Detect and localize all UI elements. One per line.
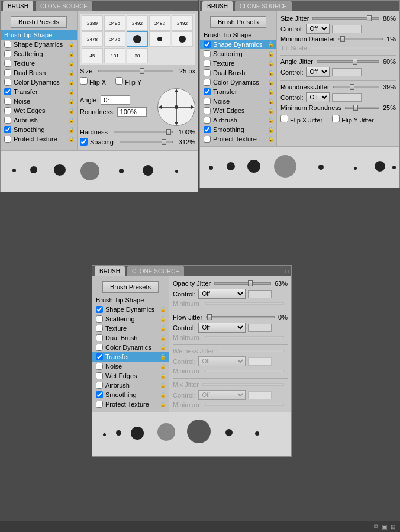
tip-cell-a0[interactable]: 45 <box>82 48 103 63</box>
nav-item-smooth-bot[interactable]: Smoothing 🔒 <box>92 390 169 399</box>
nav-item-color-tr[interactable]: Color Dynamics 🔒 <box>200 78 276 87</box>
tip-cell-a2[interactable]: 30 <box>127 48 148 63</box>
cb-wet-bot[interactable] <box>96 372 103 379</box>
tip-cell-1[interactable]: 2495 <box>104 15 125 31</box>
hardness-slider-tl[interactable] <box>166 129 171 135</box>
nav-item-color-tl[interactable]: Color Dynamics 🔒 <box>1 78 77 87</box>
cb-air-tl[interactable] <box>4 117 11 124</box>
tip-cell-0[interactable]: 2389 <box>82 15 103 31</box>
flow-min-slider[interactable] <box>205 336 284 338</box>
tab-clone-bottom[interactable]: CLONE SOURCE <box>127 266 184 276</box>
tip-cell-4[interactable]: 2492 <box>172 15 193 31</box>
mix-control-select[interactable]: Off <box>198 390 246 400</box>
nav-item-wet-bot[interactable]: Wet Edges 🔒 <box>92 371 169 381</box>
nav-item-noise-tl[interactable]: Noise 🔒 <box>1 96 77 106</box>
wetness-control-select[interactable]: Off <box>198 356 246 366</box>
nav-item-transfer-bot[interactable]: Transfer 🔒 <box>92 352 169 362</box>
cb-dual-tl[interactable] <box>4 69 11 76</box>
nav-item-smooth-tr[interactable]: Smoothing 🔒 <box>200 125 276 134</box>
nav-item-texture-tr[interactable]: Texture 🔒 <box>200 59 276 68</box>
maximize-icon[interactable]: □ <box>285 268 289 275</box>
tab-clone-tl[interactable]: CLONE SOURCE <box>36 1 92 11</box>
preset-button-bottom[interactable]: Brush Presets <box>102 281 159 293</box>
nav-item-noise-tr[interactable]: Noise 🔒 <box>200 96 276 106</box>
roundness-jitter-slider[interactable] <box>350 84 354 90</box>
nav-item-brush-tip-tl[interactable]: Brush Tip Shape <box>1 30 77 40</box>
cb-texture-bot[interactable] <box>96 325 103 332</box>
tip-cell-5[interactable]: 2478 <box>82 31 103 47</box>
cb-texture-tr[interactable] <box>204 60 211 67</box>
flip-y-jitter-cb[interactable]: Flip Y Jitter <box>332 115 374 124</box>
cb-scatter-tl[interactable] <box>4 50 11 57</box>
cb-shape-tr[interactable] <box>204 41 211 48</box>
cb-color-bot[interactable] <box>96 344 103 351</box>
toolbar-icon-3[interactable]: ⊞ <box>391 524 395 530</box>
nav-item-protect-bot[interactable]: Protect Texture 🔒 <box>92 399 169 409</box>
tip-cell-7[interactable] <box>127 31 148 47</box>
flip-x-jitter-cb[interactable]: Flip X Jitter <box>280 115 322 124</box>
cb-scatter-bot[interactable] <box>96 315 103 323</box>
nav-item-color-bot[interactable]: Color Dynamics 🔒 <box>92 343 169 352</box>
spacing-slider-tl[interactable] <box>162 139 166 145</box>
nav-item-dual-bot[interactable]: Dual Brush 🔒 <box>92 333 169 343</box>
flow-jitter-slider[interactable] <box>207 314 212 320</box>
flip-y-cb-tl[interactable]: Flip Y <box>115 77 141 86</box>
cb-smooth-tl[interactable] <box>4 126 11 133</box>
angle-input-tl[interactable] <box>101 95 130 105</box>
nav-item-transfer-tr[interactable]: Transfer 🔒 <box>200 87 276 96</box>
preset-button-tr[interactable]: Brush Presets <box>210 16 266 28</box>
nav-item-shape-dyn-tl[interactable]: Shape Dynamics 🔒 <box>1 40 77 49</box>
cb-transfer-tr[interactable] <box>204 88 211 95</box>
nav-item-noise-bot[interactable]: Noise 🔒 <box>92 362 169 371</box>
tab-clone-tr[interactable]: CLONE SOURCE <box>235 1 292 11</box>
control-select-2-tr[interactable]: Off <box>306 67 330 77</box>
size-slider-tl[interactable] <box>140 68 144 74</box>
nav-item-brush-tip-tr[interactable]: Brush Tip Shape <box>200 30 276 40</box>
angle-circle-tl[interactable] <box>157 88 195 126</box>
flow-control-select[interactable]: Off <box>198 323 246 333</box>
cb-air-bot[interactable] <box>96 382 103 389</box>
cb-protect-bot[interactable] <box>96 401 103 408</box>
nav-item-shape-bot[interactable]: Shape Dynamics 🔒 <box>92 305 169 314</box>
nav-item-brush-tip-bot[interactable]: Brush Tip Shape <box>92 295 169 305</box>
cb-noise-bot[interactable] <box>96 363 103 370</box>
cb-smooth-tr[interactable] <box>204 126 211 133</box>
nav-item-wet-tr[interactable]: Wet Edges 🔒 <box>200 106 276 115</box>
preset-button-tl[interactable]: Brush Presets <box>11 16 67 28</box>
cb-noise-tl[interactable] <box>4 98 11 105</box>
nav-item-scatter-bot[interactable]: Scattering 🔒 <box>92 314 169 324</box>
tip-cell-2[interactable]: 2492 <box>127 15 148 31</box>
nav-item-scatter-tr[interactable]: Scattering 🔒 <box>200 49 276 59</box>
control-select-1-tr[interactable]: Off <box>306 24 330 34</box>
cb-air-tr[interactable] <box>204 117 211 124</box>
cb-shape-dyn-tl[interactable] <box>4 41 11 48</box>
opacity-min-slider[interactable] <box>205 302 284 305</box>
nav-item-smooth-tl[interactable]: Smoothing 🔒 <box>1 125 77 134</box>
roundness-input-tl[interactable] <box>117 107 147 117</box>
nav-item-protect-tr[interactable]: Protect Texture 🔒 <box>200 134 276 144</box>
tip-cell-9[interactable] <box>172 31 193 47</box>
cb-shape-bot[interactable] <box>96 306 103 313</box>
toolbar-icon-1[interactable]: ⧉ <box>374 523 378 530</box>
angle-jitter-slider[interactable] <box>353 59 357 65</box>
nav-item-shape-tr[interactable]: Shape Dynamics 🔒 <box>200 40 276 49</box>
tip-cell-3[interactable]: 2482 <box>149 15 170 31</box>
cb-protect-tr[interactable] <box>204 136 211 143</box>
cb-dual-bot[interactable] <box>96 334 103 341</box>
nav-item-protect-tl[interactable]: Protect Texture 🔒 <box>1 134 77 144</box>
spacing-cb-tl[interactable] <box>80 138 88 146</box>
toolbar-icon-2[interactable]: ▣ <box>382 524 387 530</box>
cb-wet-tl[interactable] <box>4 107 11 114</box>
tilt-slider[interactable] <box>311 47 392 49</box>
tip-cell-8[interactable] <box>149 31 170 47</box>
cb-dual-tr[interactable] <box>204 69 211 76</box>
nav-item-dual-tl[interactable]: Dual Brush 🔒 <box>1 68 77 78</box>
flip-x-cb-tl[interactable]: Flip X <box>80 77 106 86</box>
cb-color-tr[interactable] <box>204 79 211 86</box>
cb-scatter-tr[interactable] <box>204 50 211 57</box>
cb-texture-tl[interactable] <box>4 60 11 67</box>
tip-cell-6[interactable]: 2476 <box>104 31 125 47</box>
nav-item-wet-tl[interactable]: Wet Edges 🔒 <box>1 106 77 115</box>
cb-transfer-bot[interactable] <box>96 353 103 360</box>
cb-transfer-tl[interactable] <box>4 88 11 95</box>
